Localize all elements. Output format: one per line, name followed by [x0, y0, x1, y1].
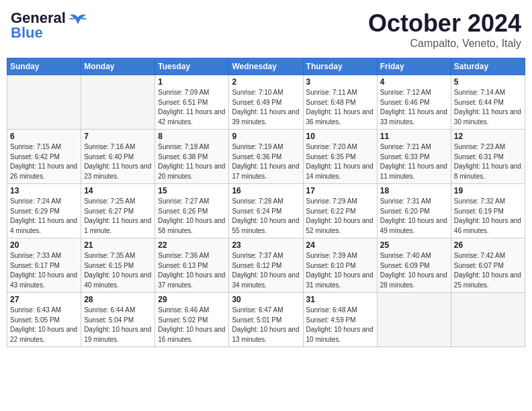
calendar-day [377, 293, 451, 347]
day-info: Sunrise: 7:20 AM Sunset: 6:35 PM Dayligh… [306, 142, 374, 181]
weekday-header-friday: Friday [377, 58, 451, 75]
day-info: Sunrise: 7:27 AM Sunset: 6:26 PM Dayligh… [158, 197, 226, 236]
day-info: Sunrise: 7:15 AM Sunset: 6:42 PM Dayligh… [10, 142, 78, 181]
day-number: 25 [380, 240, 448, 250]
logo-bird-icon [69, 12, 87, 26]
day-number: 15 [158, 186, 226, 195]
day-number: 31 [306, 295, 374, 304]
day-info: Sunrise: 7:16 AM Sunset: 6:40 PM Dayligh… [84, 142, 152, 181]
weekday-header-wednesday: Wednesday [229, 58, 303, 75]
day-number: 30 [232, 295, 300, 304]
day-number: 28 [84, 295, 152, 304]
day-number: 27 [10, 295, 78, 304]
calendar-day: 23Sunrise: 7:37 AM Sunset: 6:12 PM Dayli… [229, 238, 303, 293]
calendar-week-2: 6Sunrise: 7:15 AM Sunset: 6:42 PM Daylig… [7, 130, 525, 184]
day-info: Sunrise: 7:25 AM Sunset: 6:27 PM Dayligh… [84, 197, 152, 236]
calendar-week-3: 13Sunrise: 7:24 AM Sunset: 6:29 PM Dayli… [7, 184, 525, 238]
day-info: Sunrise: 7:29 AM Sunset: 6:22 PM Dayligh… [306, 197, 374, 236]
day-info: Sunrise: 7:21 AM Sunset: 6:33 PM Dayligh… [380, 142, 448, 181]
calendar-day: 20Sunrise: 7:33 AM Sunset: 6:17 PM Dayli… [7, 238, 81, 293]
calendar-day: 16Sunrise: 7:28 AM Sunset: 6:24 PM Dayli… [229, 184, 303, 238]
location: Campalto, Veneto, Italy [368, 38, 521, 50]
day-info: Sunrise: 7:09 AM Sunset: 6:51 PM Dayligh… [158, 88, 226, 127]
calendar-day: 13Sunrise: 7:24 AM Sunset: 6:29 PM Dayli… [7, 184, 81, 238]
day-number: 18 [380, 186, 448, 195]
day-number: 24 [306, 240, 374, 250]
day-info: Sunrise: 7:35 AM Sunset: 6:15 PM Dayligh… [84, 251, 152, 290]
day-number: 1 [158, 77, 226, 87]
day-number: 16 [232, 186, 300, 195]
day-number: 26 [454, 240, 522, 250]
calendar-day [451, 293, 525, 347]
calendar-day: 15Sunrise: 7:27 AM Sunset: 6:26 PM Dayli… [155, 184, 229, 238]
calendar-day: 25Sunrise: 7:40 AM Sunset: 6:09 PM Dayli… [377, 238, 451, 293]
weekday-header-saturday: Saturday [451, 58, 525, 75]
day-number: 5 [454, 77, 522, 87]
calendar-day: 11Sunrise: 7:21 AM Sunset: 6:33 PM Dayli… [377, 130, 451, 184]
calendar-day: 6Sunrise: 7:15 AM Sunset: 6:42 PM Daylig… [7, 130, 81, 184]
day-info: Sunrise: 7:23 AM Sunset: 6:31 PM Dayligh… [454, 142, 522, 181]
weekday-header-monday: Monday [81, 58, 155, 75]
day-number: 10 [306, 132, 374, 141]
day-info: Sunrise: 7:31 AM Sunset: 6:20 PM Dayligh… [380, 197, 448, 236]
day-info: Sunrise: 7:36 AM Sunset: 6:13 PM Dayligh… [158, 251, 226, 290]
day-number: 20 [10, 240, 78, 250]
calendar-day: 26Sunrise: 7:42 AM Sunset: 6:07 PM Dayli… [451, 238, 525, 293]
day-number: 12 [454, 132, 522, 141]
day-info: Sunrise: 7:18 AM Sunset: 6:38 PM Dayligh… [158, 142, 226, 181]
day-number: 6 [10, 132, 78, 141]
calendar-day: 22Sunrise: 7:36 AM Sunset: 6:13 PM Dayli… [155, 238, 229, 293]
day-info: Sunrise: 6:48 AM Sunset: 4:59 PM Dayligh… [306, 306, 374, 345]
day-info: Sunrise: 7:40 AM Sunset: 6:09 PM Dayligh… [380, 251, 448, 290]
calendar-day: 31Sunrise: 6:48 AM Sunset: 4:59 PM Dayli… [303, 293, 377, 347]
day-number: 4 [380, 77, 448, 87]
day-info: Sunrise: 7:12 AM Sunset: 6:46 PM Dayligh… [380, 88, 448, 127]
day-info: Sunrise: 7:19 AM Sunset: 6:36 PM Dayligh… [232, 142, 300, 181]
calendar-table: SundayMondayTuesdayWednesdayThursdayFrid… [7, 58, 525, 347]
calendar-day: 2Sunrise: 7:10 AM Sunset: 6:49 PM Daylig… [229, 75, 303, 130]
day-number: 11 [380, 132, 448, 141]
day-info: Sunrise: 7:28 AM Sunset: 6:24 PM Dayligh… [232, 197, 300, 236]
calendar-day: 19Sunrise: 7:32 AM Sunset: 6:19 PM Dayli… [451, 184, 525, 238]
weekday-header-sunday: Sunday [7, 58, 81, 75]
day-number: 19 [454, 186, 522, 195]
weekday-header-row: SundayMondayTuesdayWednesdayThursdayFrid… [7, 58, 525, 75]
day-number: 14 [84, 186, 152, 195]
calendar-day: 17Sunrise: 7:29 AM Sunset: 6:22 PM Dayli… [303, 184, 377, 238]
day-number: 9 [232, 132, 300, 141]
calendar-day: 4Sunrise: 7:12 AM Sunset: 6:46 PM Daylig… [377, 75, 451, 130]
calendar-day: 12Sunrise: 7:23 AM Sunset: 6:31 PM Dayli… [451, 130, 525, 184]
calendar-day: 10Sunrise: 7:20 AM Sunset: 6:35 PM Dayli… [303, 130, 377, 184]
calendar-day: 1Sunrise: 7:09 AM Sunset: 6:51 PM Daylig… [155, 75, 229, 130]
day-info: Sunrise: 7:24 AM Sunset: 6:29 PM Dayligh… [10, 197, 78, 236]
day-number: 29 [158, 295, 226, 304]
day-info: Sunrise: 7:32 AM Sunset: 6:19 PM Dayligh… [454, 197, 522, 236]
calendar-day: 30Sunrise: 6:47 AM Sunset: 5:01 PM Dayli… [229, 293, 303, 347]
calendar-day: 21Sunrise: 7:35 AM Sunset: 6:15 PM Dayli… [81, 238, 155, 293]
page-header: General Blue October 2024 Campalto, Vene… [7, 7, 525, 52]
calendar-day [81, 75, 155, 130]
day-info: Sunrise: 7:37 AM Sunset: 6:12 PM Dayligh… [232, 251, 300, 290]
day-info: Sunrise: 6:43 AM Sunset: 5:05 PM Dayligh… [10, 306, 78, 345]
calendar-week-1: 1Sunrise: 7:09 AM Sunset: 6:51 PM Daylig… [7, 75, 525, 130]
day-number: 13 [10, 186, 78, 195]
calendar-day: 28Sunrise: 6:44 AM Sunset: 5:04 PM Dayli… [81, 293, 155, 347]
logo: General Blue [11, 9, 87, 42]
calendar-day [7, 75, 81, 130]
calendar-day: 29Sunrise: 6:46 AM Sunset: 5:02 PM Dayli… [155, 293, 229, 347]
calendar-day: 18Sunrise: 7:31 AM Sunset: 6:20 PM Dayli… [377, 184, 451, 238]
day-info: Sunrise: 7:11 AM Sunset: 6:48 PM Dayligh… [306, 88, 374, 127]
month-title: October 2024 Campalto, Veneto, Italy [368, 9, 521, 50]
day-info: Sunrise: 6:44 AM Sunset: 5:04 PM Dayligh… [84, 306, 152, 345]
weekday-header-tuesday: Tuesday [155, 58, 229, 75]
calendar-day: 24Sunrise: 7:39 AM Sunset: 6:10 PM Dayli… [303, 238, 377, 293]
calendar-day: 9Sunrise: 7:19 AM Sunset: 6:36 PM Daylig… [229, 130, 303, 184]
logo-blue-text: Blue [11, 24, 43, 42]
day-number: 2 [232, 77, 300, 87]
day-info: Sunrise: 7:33 AM Sunset: 6:17 PM Dayligh… [10, 251, 78, 290]
calendar-day: 7Sunrise: 7:16 AM Sunset: 6:40 PM Daylig… [81, 130, 155, 184]
day-number: 21 [84, 240, 152, 250]
day-info: Sunrise: 7:10 AM Sunset: 6:49 PM Dayligh… [232, 88, 300, 127]
day-number: 7 [84, 132, 152, 141]
calendar-week-4: 20Sunrise: 7:33 AM Sunset: 6:17 PM Dayli… [7, 238, 525, 293]
